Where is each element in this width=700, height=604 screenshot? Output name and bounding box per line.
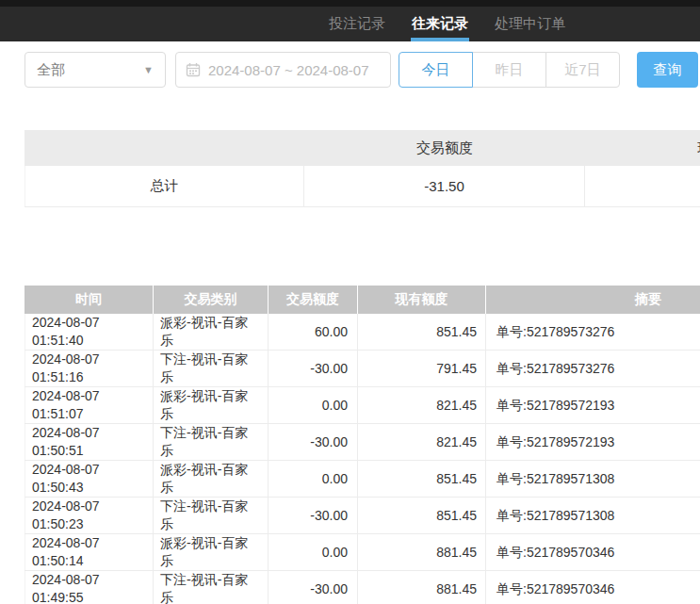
chevron-down-icon: ▼: [143, 64, 154, 75]
table-row: 2024-08-07 01:50:14 派彩-视讯-百家乐 0.00 881.4…: [24, 534, 700, 571]
last-7-days-button[interactable]: 近7日: [545, 52, 620, 88]
summary-total-label: 总计: [24, 166, 304, 206]
records-table: 时间 交易类别 交易额度 现有额度 摘要 2024-08-07 01:51:40…: [24, 286, 700, 604]
cell-balance: 791.45: [358, 351, 486, 386]
cell-summary: 单号:521789571308: [486, 461, 700, 497]
page-root: 投注记录 往来记录 处理中订单 全部 ▼ 2024-08-07 ~ 2024-0…: [0, 0, 700, 604]
top-navigation: 投注记录 往来记录 处理中订单: [0, 0, 700, 41]
cell-balance: 821.45: [358, 424, 486, 460]
records-table-body: 2024-08-07 01:51:40 派彩-视讯-百家乐 60.00 851.…: [24, 314, 700, 604]
column-header-type: 交易类别: [154, 286, 269, 314]
cell-time: 2024-08-07 01:50:43: [24, 461, 154, 497]
type-select[interactable]: 全部 ▼: [24, 52, 166, 88]
column-header-amount: 交易额度: [269, 286, 358, 314]
tab-processing-orders[interactable]: 处理中订单: [481, 7, 578, 41]
cell-time: 2024-08-07 01:50:51: [24, 424, 154, 460]
tab-transaction-records[interactable]: 往来记录: [399, 7, 481, 41]
cell-summary: 单号:521789571308: [486, 498, 700, 533]
calendar-icon: [186, 62, 201, 77]
cell-type: 派彩-视讯-百家乐: [154, 534, 269, 570]
date-range-value: 2024-08-07 ~ 2024-08-07: [208, 62, 369, 78]
cell-balance: 881.45: [358, 571, 486, 604]
cell-summary: 单号:521789570346: [486, 534, 700, 570]
tab-betting-records[interactable]: 投注记录: [316, 7, 399, 41]
summary-header-amount: 交易额度: [304, 130, 585, 166]
table-row: 2024-08-07 01:49:55 下注-视讯-百家乐 -30.00 881…: [24, 571, 700, 604]
table-row: 2024-08-07 01:51:40 派彩-视讯-百家乐 60.00 851.…: [24, 314, 700, 351]
cell-summary: 单号:521789572193: [486, 387, 700, 423]
cell-balance: 851.45: [358, 461, 486, 497]
summary-total-extra: [585, 166, 700, 206]
cell-type: 下注-视讯-百家乐: [154, 498, 269, 533]
cell-summary: 单号:521789572193: [486, 424, 700, 460]
summary-header-row: 交易额度 现有额度: [24, 130, 700, 166]
table-row: 2024-08-07 01:50:43 派彩-视讯-百家乐 0.00 851.4…: [24, 461, 700, 498]
summary-total-row: 总计 -31.50: [24, 166, 700, 207]
cell-time: 2024-08-07 01:51:16: [24, 351, 154, 386]
window-top-strip: [0, 0, 700, 7]
cell-type: 下注-视讯-百家乐: [154, 571, 269, 604]
date-range-input[interactable]: 2024-08-07 ~ 2024-08-07: [175, 52, 391, 88]
table-row: 2024-08-07 01:50:23 下注-视讯-百家乐 -30.00 851…: [24, 498, 700, 534]
cell-balance: 851.45: [358, 314, 486, 350]
cell-summary: 单号:521789573276: [486, 351, 700, 386]
cell-time: 2024-08-07 01:49:55: [24, 571, 154, 604]
column-header-time: 时间: [24, 286, 154, 314]
summary-header-balance: 现有额度: [585, 130, 700, 166]
yesterday-button[interactable]: 昨日: [472, 52, 546, 88]
cell-amount: -30.00: [269, 424, 358, 460]
table-row: 2024-08-07 01:50:51 下注-视讯-百家乐 -30.00 821…: [24, 424, 700, 461]
today-button[interactable]: 今日: [399, 52, 473, 88]
cell-amount: 0.00: [269, 387, 358, 423]
cell-amount: 0.00: [269, 461, 358, 497]
cell-amount: -30.00: [269, 351, 358, 386]
cell-type: 派彩-视讯-百家乐: [154, 387, 269, 423]
cell-summary: 单号:521789573276: [486, 314, 700, 350]
records-table-header: 时间 交易类别 交易额度 现有额度 摘要: [24, 286, 700, 314]
cell-summary: 单号:521789570346: [486, 571, 700, 604]
cell-amount: -30.00: [269, 571, 358, 604]
cell-type: 下注-视讯-百家乐: [154, 424, 269, 460]
tab-bar: 投注记录 往来记录 处理中订单: [97, 7, 700, 41]
column-header-balance: 现有额度: [358, 286, 486, 314]
column-header-summary: 摘要: [486, 286, 700, 314]
table-row: 2024-08-07 01:51:16 下注-视讯-百家乐 -30.00 791…: [24, 351, 700, 387]
cell-type: 派彩-视讯-百家乐: [154, 461, 269, 497]
table-row: 2024-08-07 01:51:07 派彩-视讯-百家乐 0.00 821.4…: [24, 387, 700, 424]
cell-type: 派彩-视讯-百家乐: [154, 314, 269, 350]
quick-date-buttons: 今日 昨日 近7日: [399, 52, 620, 88]
cell-time: 2024-08-07 01:50:14: [24, 534, 154, 570]
filter-bar: 全部 ▼ 2024-08-07 ~ 2024-08-07 今日 昨日 近7日 查…: [24, 52, 700, 88]
summary-header-blank: [24, 130, 304, 166]
cell-type: 下注-视讯-百家乐: [154, 351, 269, 386]
cell-amount: 60.00: [269, 314, 358, 350]
cell-time: 2024-08-07 01:51:07: [24, 387, 154, 423]
cell-amount: 0.00: [269, 534, 358, 570]
cell-time: 2024-08-07 01:50:23: [24, 498, 154, 533]
cell-balance: 821.45: [358, 387, 486, 423]
type-select-value: 全部: [37, 61, 65, 79]
cell-amount: -30.00: [269, 498, 358, 533]
summary-table: 交易额度 现有额度 总计 -31.50: [24, 130, 700, 207]
cell-balance: 881.45: [358, 534, 486, 570]
cell-time: 2024-08-07 01:51:40: [24, 314, 154, 350]
summary-total-amount: -31.50: [304, 166, 585, 206]
cell-balance: 851.45: [358, 498, 486, 533]
search-button[interactable]: 查询: [637, 52, 698, 88]
